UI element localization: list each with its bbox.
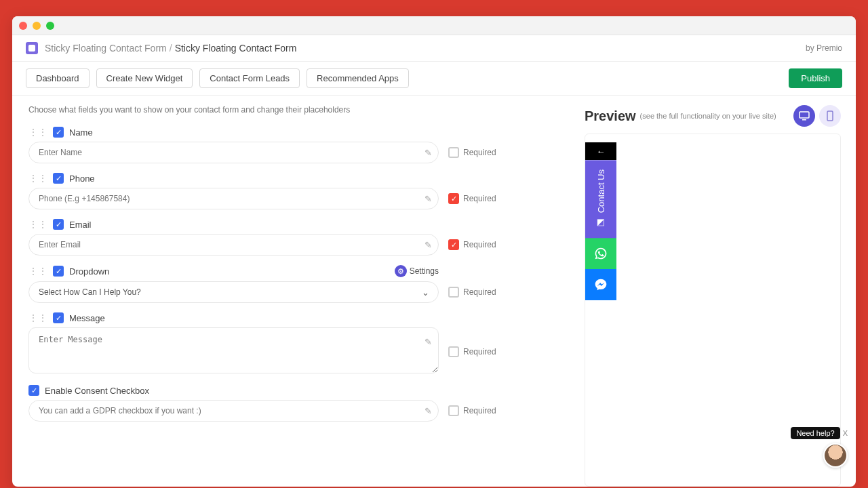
svg-rect-0 [800, 112, 809, 118]
enable-dropdown-checkbox[interactable] [53, 266, 64, 277]
field-consent: Enable Consent Checkbox ✎ Required [28, 385, 568, 422]
message-required-label: Required [463, 347, 496, 357]
main-content: Choose what fields you want to show on y… [12, 96, 856, 487]
email-label: Email [69, 220, 92, 230]
widget-messenger-button[interactable] [585, 269, 616, 300]
help-text: Need help? [796, 429, 834, 437]
dropdown-label: Dropdown [69, 266, 109, 277]
help-bubble: Need help? X [791, 427, 848, 468]
form-builder-panel: Choose what fields you want to show on y… [12, 96, 585, 487]
preview-subtitle: (see the full functionality on your live… [640, 112, 776, 120]
field-name: ⋮⋮ Name ✎ Required [28, 127, 568, 163]
arrow-left-icon: ← [597, 146, 606, 157]
dropdown-required-label: Required [463, 287, 496, 297]
contact-form-icon: ◪ [596, 218, 606, 228]
close-window-icon[interactable] [19, 22, 27, 30]
whatsapp-icon [594, 247, 608, 260]
breadcrumb-app[interactable]: Sticky Floating Contact Form [45, 43, 167, 54]
breadcrumb-current: Sticky Floating Contact Form [175, 43, 297, 54]
enable-consent-checkbox[interactable] [28, 385, 39, 396]
drag-handle-icon[interactable]: ⋮⋮ [28, 266, 47, 277]
app-logo-icon [26, 42, 38, 54]
enable-name-checkbox[interactable] [53, 127, 64, 138]
contact-leads-button[interactable]: Contact Form Leads [199, 68, 300, 88]
create-widget-button[interactable]: Create New Widget [96, 68, 193, 88]
minimize-window-icon[interactable] [33, 22, 41, 30]
pencil-icon[interactable]: ✎ [425, 148, 432, 158]
enable-email-checkbox[interactable] [53, 219, 64, 230]
consent-label: Enable Consent Checkbox [45, 386, 149, 396]
maximize-window-icon[interactable] [46, 22, 54, 30]
pencil-icon[interactable]: ✎ [425, 337, 432, 347]
by-line: by Premio [806, 43, 842, 53]
panel-description: Choose what fields you want to show on y… [28, 105, 568, 115]
drag-handle-icon[interactable]: ⋮⋮ [28, 173, 47, 184]
name-placeholder-input[interactable] [28, 142, 439, 163]
dashboard-button[interactable]: Dashboard [26, 68, 90, 88]
email-required-label: Required [463, 240, 496, 249]
titlebar [12, 16, 856, 35]
support-avatar[interactable] [823, 443, 848, 468]
pencil-icon[interactable]: ✎ [425, 406, 432, 416]
phone-required-checkbox[interactable] [448, 193, 459, 204]
name-required-label: Required [463, 148, 496, 157]
help-close-button[interactable]: X [843, 429, 848, 437]
drag-handle-icon[interactable]: ⋮⋮ [28, 219, 47, 230]
widget-contact-tab[interactable]: ◪ Contact Us [585, 160, 616, 238]
breadcrumb-separator: / [170, 43, 172, 54]
toolbar: Dashboard Create New Widget Contact Form… [12, 62, 856, 96]
desktop-icon [799, 111, 810, 121]
svg-rect-1 [802, 119, 806, 121]
help-tooltip[interactable]: Need help? [791, 427, 840, 439]
phone-required-label: Required [463, 194, 496, 203]
message-placeholder-textarea[interactable] [28, 327, 439, 373]
name-required-checkbox[interactable] [448, 147, 459, 158]
desktop-preview-button[interactable] [793, 105, 815, 127]
publish-button[interactable]: Publish [789, 68, 842, 88]
consent-placeholder-input[interactable] [28, 400, 439, 422]
app-window: Sticky Floating Contact Form / Sticky Fl… [12, 16, 856, 487]
field-email: ⋮⋮ Email ✎ Required [28, 219, 568, 256]
gear-icon: ⚙ [395, 265, 407, 277]
messenger-icon [594, 278, 608, 291]
mobile-icon [827, 110, 833, 121]
floating-widget: ← ◪ Contact Us [585, 142, 616, 300]
phone-label: Phone [69, 174, 95, 184]
pencil-icon[interactable]: ✎ [425, 194, 432, 204]
phone-placeholder-input[interactable] [28, 188, 439, 209]
name-label: Name [69, 127, 93, 138]
recommended-apps-button[interactable]: Recommended Apps [307, 68, 409, 88]
mobile-preview-button[interactable] [819, 105, 841, 127]
pencil-icon[interactable]: ✎ [425, 240, 432, 250]
consent-required-label: Required [463, 406, 496, 415]
settings-label: Settings [410, 266, 439, 276]
preview-title: Preview [585, 108, 636, 124]
email-placeholder-input[interactable] [28, 234, 439, 256]
widget-whatsapp-button[interactable] [585, 238, 616, 269]
enable-message-checkbox[interactable] [53, 312, 64, 323]
message-required-checkbox[interactable] [448, 346, 459, 357]
breadcrumb: Sticky Floating Contact Form / Sticky Fl… [12, 35, 856, 62]
enable-phone-checkbox[interactable] [53, 173, 64, 184]
widget-back-button[interactable]: ← [585, 142, 616, 160]
field-message: ⋮⋮ Message ✎ Required [28, 312, 568, 375]
field-phone: ⋮⋮ Phone ✎ Required [28, 173, 568, 209]
dropdown-required-checkbox[interactable] [448, 287, 459, 298]
email-required-checkbox[interactable] [448, 239, 459, 250]
contact-us-label: Contact Us [596, 169, 606, 213]
drag-handle-icon[interactable]: ⋮⋮ [28, 127, 47, 138]
drag-handle-icon[interactable]: ⋮⋮ [28, 312, 47, 323]
dropdown-placeholder-select[interactable]: Select How Can I Help You? [28, 281, 439, 303]
message-label: Message [69, 313, 105, 323]
field-dropdown: ⋮⋮ Dropdown ⚙ Settings Select How Can I … [28, 265, 568, 303]
consent-required-checkbox[interactable] [448, 405, 459, 416]
svg-rect-2 [827, 111, 833, 121]
dropdown-settings-button[interactable]: ⚙ Settings [395, 265, 439, 277]
